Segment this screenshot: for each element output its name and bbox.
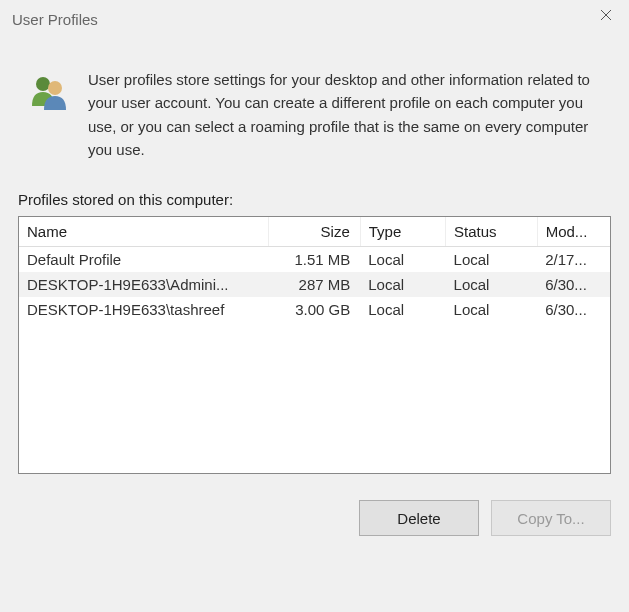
- col-header-name[interactable]: Name: [19, 217, 269, 247]
- users-icon: [26, 68, 70, 161]
- table-row[interactable]: Default Profile1.51 MBLocalLocal2/17...: [19, 247, 610, 273]
- svg-point-1: [48, 81, 62, 95]
- col-header-type[interactable]: Type: [360, 217, 445, 247]
- copy-to-button[interactable]: Copy To...: [491, 500, 611, 536]
- info-section: User profiles store settings for your de…: [18, 50, 611, 191]
- cell-status: Local: [446, 247, 538, 273]
- table-row[interactable]: DESKTOP-1H9E633\tashreef3.00 GBLocalLoca…: [19, 297, 610, 322]
- close-button[interactable]: [583, 0, 629, 30]
- cell-modified: 2/17...: [537, 247, 610, 273]
- cell-name: DESKTOP-1H9E633\Admini...: [19, 272, 269, 297]
- close-icon: [600, 9, 612, 21]
- col-header-modified[interactable]: Mod...: [537, 217, 610, 247]
- cell-type: Local: [360, 272, 445, 297]
- section-label: Profiles stored on this computer:: [18, 191, 611, 208]
- svg-point-0: [36, 77, 50, 91]
- cell-type: Local: [360, 297, 445, 322]
- info-text: User profiles store settings for your de…: [88, 68, 603, 161]
- cell-size: 3.00 GB: [269, 297, 361, 322]
- table-row[interactable]: DESKTOP-1H9E633\Admini...287 MBLocalLoca…: [19, 272, 610, 297]
- cell-modified: 6/30...: [537, 297, 610, 322]
- titlebar: User Profiles: [0, 0, 629, 38]
- cell-size: 1.51 MB: [269, 247, 361, 273]
- cell-size: 287 MB: [269, 272, 361, 297]
- table-header-row: Name Size Type Status Mod...: [19, 217, 610, 247]
- dialog-content: User profiles store settings for your de…: [0, 38, 629, 554]
- cell-type: Local: [360, 247, 445, 273]
- cell-name: Default Profile: [19, 247, 269, 273]
- cell-status: Local: [446, 272, 538, 297]
- cell-status: Local: [446, 297, 538, 322]
- cell-name: DESKTOP-1H9E633\tashreef: [19, 297, 269, 322]
- col-header-status[interactable]: Status: [446, 217, 538, 247]
- profiles-table[interactable]: Name Size Type Status Mod... Default Pro…: [19, 217, 610, 322]
- cell-modified: 6/30...: [537, 272, 610, 297]
- col-header-size[interactable]: Size: [269, 217, 361, 247]
- profiles-table-container: Name Size Type Status Mod... Default Pro…: [18, 216, 611, 474]
- delete-button[interactable]: Delete: [359, 500, 479, 536]
- button-row: Delete Copy To...: [18, 474, 611, 536]
- window-title: User Profiles: [12, 11, 98, 28]
